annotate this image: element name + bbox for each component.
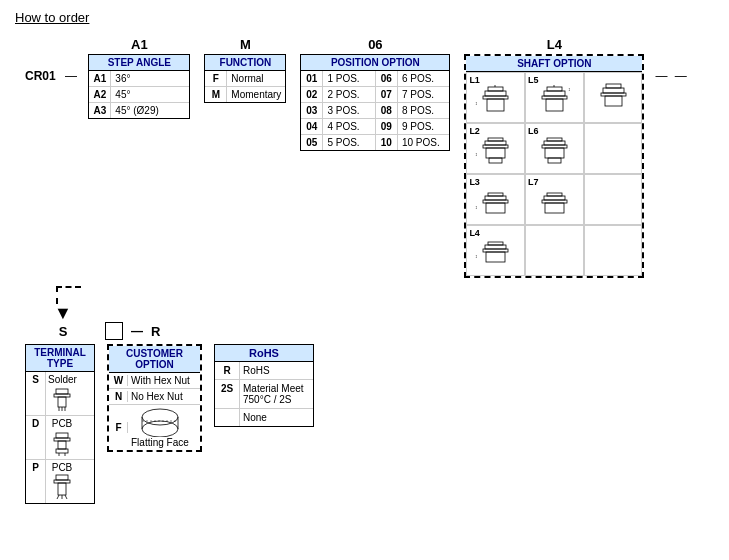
position-rows: 01 1 POS. 02 2 POS. 03 3 POS. 04 4 POS. xyxy=(301,71,449,150)
shaft-table: SHAFT OPTION L1 ↕ L5 xyxy=(464,54,644,278)
table-row: None xyxy=(215,409,313,426)
svg-rect-18 xyxy=(483,145,508,148)
solder-icon xyxy=(48,385,76,413)
svg-rect-19 xyxy=(486,148,505,158)
svg-rect-12 xyxy=(606,84,621,88)
customer-option-square xyxy=(105,322,123,340)
table-row: A3 45° (Ø29) xyxy=(89,103,189,118)
svg-rect-27 xyxy=(488,193,503,196)
customer-n-label: No Hex Nut xyxy=(131,391,183,402)
svg-rect-2 xyxy=(483,96,508,99)
svg-text:↕: ↕ xyxy=(475,204,478,210)
svg-rect-53 xyxy=(56,475,68,480)
customer-w-row: W With Hex Nut xyxy=(109,373,200,389)
svg-rect-38 xyxy=(483,249,508,252)
svg-rect-49 xyxy=(58,441,66,449)
shaft-l5: L5 ↕ xyxy=(525,72,584,123)
step-a3-val: 45° (Ø29) xyxy=(111,103,162,118)
svg-line-56 xyxy=(57,495,59,499)
terminal-p-code: P xyxy=(26,460,46,503)
cr01-label: CR01 xyxy=(25,69,56,83)
svg-text:↕: ↕ xyxy=(475,253,478,259)
table-row: 07 7 POS. xyxy=(376,87,450,103)
page-title: How to order xyxy=(15,10,714,25)
step-a3-code: A3 xyxy=(89,103,111,118)
table-row: M Momentary xyxy=(205,87,285,102)
svg-point-62 xyxy=(142,421,178,437)
flatting-face-icon xyxy=(135,407,185,437)
shaft-l3: L3 ↕ xyxy=(466,174,525,225)
svg-text:↕: ↕ xyxy=(568,86,571,92)
dash-separator-1: — xyxy=(60,69,85,83)
svg-rect-14 xyxy=(601,93,626,96)
table-row: P PCB xyxy=(26,460,94,503)
svg-rect-28 xyxy=(485,196,506,200)
table-row: 03 3 POS. xyxy=(301,103,375,119)
customer-f-label: Flatting Face xyxy=(131,437,189,448)
rohs-none-code xyxy=(215,409,240,426)
terminal-s-label: Solder xyxy=(48,374,77,385)
svg-rect-35 xyxy=(545,203,564,213)
customer-option-table: CUSTOMER OPTION W With Hex Nut N No Hex … xyxy=(107,344,202,452)
func-m-code: M xyxy=(205,87,227,102)
table-row: D PCB xyxy=(26,416,94,460)
svg-rect-55 xyxy=(58,483,66,495)
rohs-2s-val: Material Meet 750°C / 2S xyxy=(240,380,307,408)
shaft-l3-right xyxy=(584,174,643,225)
svg-rect-8 xyxy=(542,96,567,99)
step-a1-val: 36° xyxy=(111,71,134,86)
svg-point-59 xyxy=(142,409,178,425)
customer-w-label: With Hex Nut xyxy=(131,375,190,386)
svg-rect-17 xyxy=(485,141,506,145)
customer-f-section: Flatting Face xyxy=(131,407,189,448)
svg-rect-42 xyxy=(54,394,70,397)
svg-rect-0 xyxy=(488,87,503,91)
step-angle-table: STEP ANGLE A1 36° A2 45° A3 45° (Ø29) xyxy=(88,54,190,119)
svg-rect-50 xyxy=(56,449,68,453)
a1-letter: A1 xyxy=(131,37,148,52)
table-row: 09 9 POS. xyxy=(376,119,450,135)
svg-line-58 xyxy=(65,495,67,499)
svg-rect-7 xyxy=(544,91,565,96)
rohs-2s-code: 2S xyxy=(215,380,240,408)
position-col-right: 06 6 POS. 07 7 POS. 08 8 POS. 09 9 POS. xyxy=(376,71,450,150)
function-block: M FUNCTION F Normal M Momentary xyxy=(204,37,286,103)
svg-rect-1 xyxy=(485,91,506,96)
position-col-left: 01 1 POS. 02 2 POS. 03 3 POS. 04 4 POS. xyxy=(301,71,376,150)
svg-rect-16 xyxy=(488,138,503,141)
position-header: POSITION OPTION xyxy=(301,55,449,71)
terminal-type-table: TERMINAL TYPE S Solder xyxy=(25,344,95,504)
rohs-r-code: R xyxy=(215,362,240,379)
step-angle-block: A1 STEP ANGLE A1 36° A2 45° A3 45° (Ø29) xyxy=(88,37,190,119)
svg-rect-20 xyxy=(489,158,502,163)
customer-header: CUSTOMER OPTION xyxy=(109,346,200,373)
rohs-none-val: None xyxy=(240,409,270,426)
svg-rect-30 xyxy=(486,203,505,213)
table-row: 05 5 POS. xyxy=(301,135,375,150)
table-row: A1 36° xyxy=(89,71,189,87)
shaft-header: SHAFT OPTION xyxy=(466,56,642,72)
table-row: 02 2 POS. xyxy=(301,87,375,103)
svg-rect-24 xyxy=(542,145,567,148)
svg-rect-54 xyxy=(54,480,70,483)
func-f-code: F xyxy=(205,71,227,86)
terminal-p-label: PCB xyxy=(52,462,73,473)
table-row: 04 4 POS. xyxy=(301,119,375,135)
step-a2-val: 45° xyxy=(111,87,134,102)
svg-rect-25 xyxy=(545,148,564,158)
shaft-mid-right xyxy=(584,123,643,174)
func-f-val: Normal xyxy=(227,71,267,86)
step-a1-code: A1 xyxy=(89,71,111,86)
svg-text:↕: ↕ xyxy=(475,100,478,106)
step-angle-header: STEP ANGLE xyxy=(89,55,189,71)
pcb-d-icon xyxy=(48,429,76,457)
svg-rect-47 xyxy=(56,433,68,438)
table-row: 06 6 POS. xyxy=(376,71,450,87)
table-row: F Normal xyxy=(205,71,285,87)
step-a2-code: A2 xyxy=(89,87,111,102)
svg-rect-48 xyxy=(54,438,70,441)
rohs-r-val: RoHS xyxy=(240,362,273,379)
terminal-header: TERMINAL TYPE xyxy=(26,345,94,372)
dash-separator-2: — — xyxy=(655,69,688,83)
func-m-val: Momentary xyxy=(227,87,285,102)
